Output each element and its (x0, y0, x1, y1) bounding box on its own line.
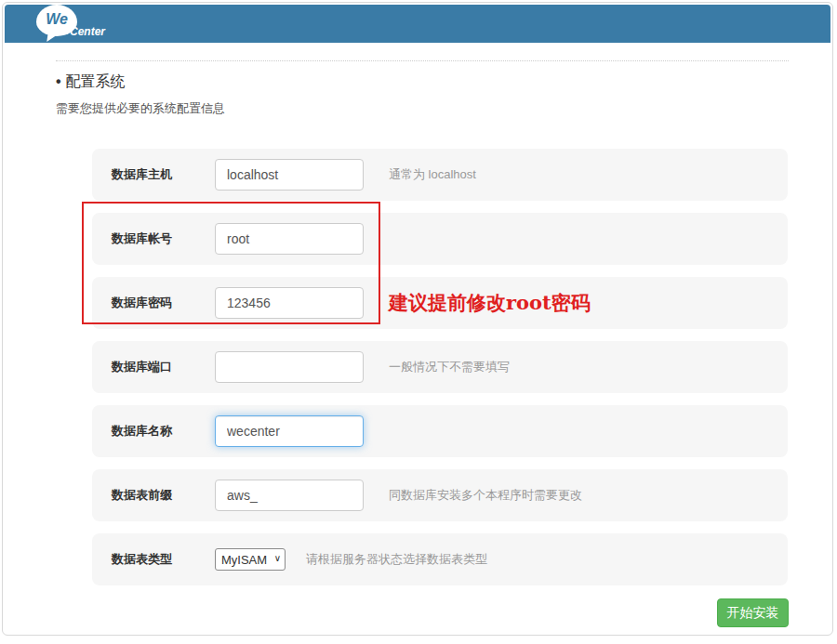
table-type-label: 数据表类型 (112, 551, 215, 568)
db-host-input[interactable] (215, 159, 364, 191)
top-header-bar: We Center (5, 5, 830, 43)
form-row-db-host: 数据库主机 通常为 localhost (92, 149, 788, 201)
table-type-select[interactable]: MyISAM (215, 548, 286, 571)
form-row-table-prefix: 数据表前缀 同数据库安装多个本程序时需要更改 (92, 469, 788, 521)
start-install-button[interactable]: 开始安装 (717, 598, 789, 627)
form-row-db-password: 数据库密码 建议提前修改root密码 (92, 277, 788, 329)
logo-center-text: Center (70, 25, 105, 38)
install-panel: We Center •配置系统 需要您提供必要的系统配置信息 数据库主机 通常为… (2, 2, 833, 636)
db-name-label: 数据库名称 (112, 423, 215, 440)
db-port-label: 数据库端口 (112, 359, 215, 375)
form-row-db-name: 数据库名称 (92, 405, 788, 457)
db-password-label: 数据库密码 (112, 295, 215, 311)
form-row-table-type: 数据表类型 MyISAM ∨ 请根据服务器状态选择数据表类型 (92, 533, 788, 585)
page-title: •配置系统 (56, 72, 126, 92)
password-warning-note: 建议提前修改root密码 (389, 290, 591, 316)
db-port-hint: 一般情况下不需要填写 (389, 359, 510, 375)
form-row-db-port: 数据库端口 一般情况下不需要填写 (92, 341, 788, 393)
page-subtitle: 需要您提供必要的系统配置信息 (56, 100, 225, 117)
page-title-text: 配置系统 (66, 73, 126, 89)
db-user-input[interactable] (215, 223, 364, 255)
db-password-input[interactable] (215, 287, 364, 319)
table-type-hint: 请根据服务器状态选择数据表类型 (306, 551, 487, 568)
table-prefix-hint: 同数据库安装多个本程序时需要更改 (389, 487, 582, 504)
wecenter-logo: We Center (33, 5, 135, 43)
table-type-select-wrap: MyISAM ∨ (215, 548, 286, 571)
table-prefix-label: 数据表前缀 (112, 487, 215, 504)
dotted-divider (56, 60, 789, 61)
speech-bubble-tail (46, 32, 59, 44)
form-row-db-user: 数据库帐号 (92, 213, 788, 265)
db-host-hint: 通常为 localhost (389, 166, 476, 183)
db-name-input[interactable] (215, 415, 364, 447)
db-host-label: 数据库主机 (112, 166, 215, 183)
title-bullet: • (56, 73, 61, 89)
db-user-label: 数据库帐号 (112, 230, 215, 247)
table-prefix-input[interactable] (215, 480, 364, 511)
db-port-input[interactable] (215, 351, 364, 383)
